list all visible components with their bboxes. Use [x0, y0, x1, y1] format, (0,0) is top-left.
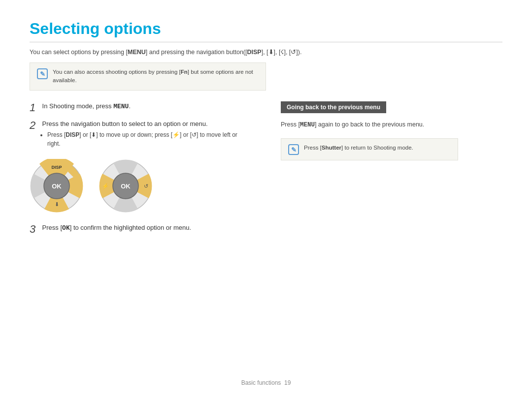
wheel-diagram-2: OK ⚡ ↺	[99, 159, 153, 213]
svg-text:OK: OK	[52, 183, 62, 190]
sidebar-body-text: Press [MENU] again to go back to the pre…	[281, 120, 502, 130]
menu-key-sidebar: MENU	[300, 122, 315, 128]
step-3-content: Press [OK] to confirm the highlighted op…	[40, 223, 191, 233]
two-column-layout: 1 In Shooting mode, press MENU. 2 Press …	[30, 101, 502, 241]
svg-text:OK: OK	[121, 183, 131, 190]
sidebar-note-icon: ✎	[288, 144, 299, 155]
disp-key: DISP	[247, 49, 261, 56]
note-text: You can also access shooting options by …	[53, 68, 259, 85]
svg-text:⬇: ⬇	[55, 201, 59, 207]
menu-key-step1: MENU	[113, 103, 129, 110]
step-2-bullets: Press [DISP] or [⬇] to move up or down; …	[47, 130, 251, 148]
step-1-content: In Shooting mode, press MENU.	[40, 101, 131, 112]
fn-key: Fn	[181, 69, 188, 75]
left-column: 1 In Shooting mode, press MENU. 2 Press …	[30, 101, 251, 241]
sidebar-note-box: ✎ Press [Shutter] to return to Shooting …	[281, 138, 458, 160]
step-2: 2 Press the navigation button to select …	[30, 119, 251, 150]
page-footer: Basic functions 19	[0, 379, 532, 386]
shutter-key: Shutter	[322, 145, 341, 151]
footer-section-label: Basic functions	[241, 379, 281, 386]
menu-key-intro: MENU	[128, 49, 146, 56]
svg-text:DISP: DISP	[51, 165, 62, 170]
step-2-content: Press the navigation button to select to…	[40, 119, 251, 150]
step-2-number: 2	[30, 119, 38, 132]
step-3-number: 3	[30, 223, 38, 236]
wheel-diagram-1: OK DISP ⬇	[30, 159, 84, 213]
note-box: ✎ You can also access shooting options b…	[30, 62, 266, 91]
step-1: 1 In Shooting mode, press MENU.	[30, 101, 251, 114]
button-diagrams: OK DISP ⬇	[30, 159, 251, 213]
intro-text: You can select options by pressing [MENU…	[30, 48, 502, 56]
page-title: Selecting options	[30, 20, 502, 38]
page-number: 19	[284, 379, 291, 386]
svg-text:⚡: ⚡	[102, 183, 109, 189]
note-icon: ✎	[37, 68, 48, 79]
step-3: 3 Press [OK] to confirm the highlighted …	[30, 223, 251, 236]
sidebar-note-text: Press [Shutter] to return to Shooting mo…	[304, 144, 413, 152]
bullet-item-1: Press [DISP] or [⬇] to move up or down; …	[47, 130, 251, 148]
step-1-number: 1	[30, 101, 38, 114]
svg-text:↺: ↺	[144, 183, 148, 189]
title-divider	[30, 42, 502, 42]
right-column: Going back to the previous menu Press [M…	[281, 101, 502, 241]
sidebar-header: Going back to the previous menu	[281, 101, 386, 113]
ok-key: OK	[62, 224, 70, 232]
